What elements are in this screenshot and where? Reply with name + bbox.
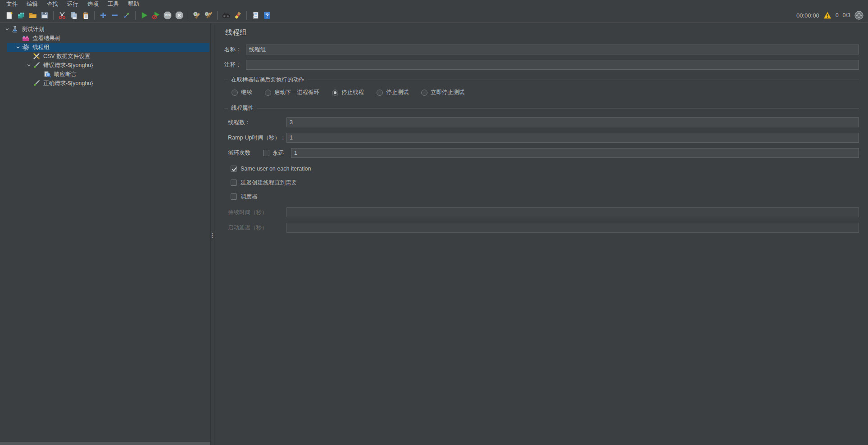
tree-item-csv-data-set[interactable]: CSV 数据文件设置	[0, 52, 210, 61]
test-plan-icon	[11, 25, 19, 33]
menu-tools[interactable]: 工具	[103, 0, 123, 9]
scheduler-label: 调度器	[241, 193, 258, 201]
radio-icon[interactable]	[265, 90, 271, 96]
cut-icon[interactable]	[56, 9, 68, 21]
rampup-label: Ramp-Up时间（秒）：	[228, 134, 286, 142]
tree-item-error-request[interactable]: 错误请求-${yonghu}	[0, 61, 210, 70]
tree-item-label: 响应断言	[54, 71, 79, 78]
start-icon[interactable]	[138, 9, 150, 21]
radio-stop-test[interactable]: 停止测试	[377, 89, 409, 96]
forever-label: 永远	[273, 149, 284, 157]
scheduler-checkbox[interactable]	[231, 193, 237, 200]
threads-indicator-icon	[854, 11, 863, 20]
menu-options[interactable]: 选项	[83, 0, 103, 9]
same-user-label: Same user on each iteration	[241, 166, 311, 172]
delay-thread-creation-checkbox[interactable]	[231, 180, 237, 186]
radio-label: 停止线程	[341, 89, 364, 96]
templates-icon[interactable]	[15, 9, 27, 21]
chevron-down-icon[interactable]	[25, 62, 32, 69]
new-file-icon[interactable]	[4, 9, 15, 21]
thread-group-icon	[22, 43, 30, 51]
csv-config-icon	[32, 52, 41, 60]
copy-icon[interactable]	[68, 9, 80, 21]
thread-properties-group: 线程属性 线程数： Ramp-Up时间（秒）： 循环次数 永远 Same use…	[224, 104, 859, 233]
delay-thread-creation-row[interactable]: 延迟创建线程直到需要	[231, 179, 859, 186]
http-request-icon	[32, 79, 41, 87]
menu-bar: 文件 编辑 查找 运行 选项 工具 帮助	[0, 0, 868, 8]
tree-item-view-results-tree[interactable]: 查看结果树	[0, 34, 210, 43]
shutdown-icon[interactable]	[173, 9, 185, 21]
tree-item-label: 查看结果树	[32, 35, 64, 42]
page-title: 线程组	[225, 28, 859, 37]
active-threads-ratio: 0/3	[843, 12, 850, 18]
startup-delay-input	[286, 223, 859, 233]
radio-start-next-loop[interactable]: 启动下一进程循环	[265, 89, 319, 96]
paste-icon[interactable]	[80, 9, 91, 21]
menu-run[interactable]: 运行	[63, 0, 83, 9]
radio-label: 继续	[241, 89, 252, 96]
radio-stop-thread[interactable]: 停止线程	[332, 89, 364, 96]
tree-item-thread-group[interactable]: 线程组	[0, 43, 210, 52]
radio-icon-selected[interactable]	[332, 90, 338, 96]
same-user-checkbox[interactable]	[231, 166, 237, 172]
stop-icon[interactable]: STOP	[162, 9, 173, 21]
test-plan-tree: 测试计划 查看结果树 线程组 CSV 数据文件设置 错误请求-${yonghu}	[0, 23, 210, 445]
radio-continue[interactable]: 继续	[232, 89, 252, 96]
function-helper-icon[interactable]	[250, 9, 261, 21]
comments-label: 注释：	[224, 61, 241, 69]
chevron-down-icon[interactable]	[14, 44, 22, 51]
toolbar-separator	[217, 11, 218, 20]
collapse-all-icon[interactable]	[109, 9, 121, 21]
clear-all-icon[interactable]	[203, 9, 214, 21]
clear-icon[interactable]	[191, 9, 203, 21]
tree-item-label: 错误请求-${yonghu}	[43, 62, 95, 69]
name-label: 名称：	[224, 46, 241, 54]
toggle-icon[interactable]	[121, 9, 132, 21]
menu-edit[interactable]: 编辑	[22, 0, 42, 9]
pane-splitter[interactable]: •••	[210, 23, 214, 445]
error-action-options: 继续 启动下一进程循环 停止线程 停止测试 立即停止测试	[224, 84, 859, 102]
toolbar: STOP ? 00:00:00 0 0/3	[0, 8, 868, 23]
search-icon[interactable]	[220, 9, 232, 21]
radio-label: 停止测试	[386, 89, 409, 96]
tree-item-response-assertion[interactable]: 响应断言	[0, 70, 210, 79]
tree-horizontal-scrollbar[interactable]	[0, 442, 210, 445]
same-user-row[interactable]: Same user on each iteration	[231, 165, 859, 172]
menu-help[interactable]: 帮助	[123, 0, 144, 9]
radio-label: 启动下一进程循环	[274, 89, 319, 96]
menu-file[interactable]: 文件	[2, 0, 22, 9]
rampup-input[interactable]	[286, 133, 859, 143]
menu-search[interactable]: 查找	[42, 0, 63, 9]
expand-all-icon[interactable]	[97, 9, 109, 21]
name-input[interactable]	[246, 45, 859, 54]
http-request-icon	[32, 61, 41, 69]
radio-icon[interactable]	[377, 90, 383, 96]
thread-group-panel: 线程组 名称： 注释： 在取样器错误后要执行的动作 继续 启动下一进程循环 停止…	[214, 23, 868, 445]
warning-count: 0	[836, 12, 839, 18]
tree-item-test-plan[interactable]: 测试计划	[0, 25, 210, 34]
tree-item-correct-request[interactable]: 正确请求-${yonghu}	[0, 79, 210, 88]
scheduler-row[interactable]: 调度器	[231, 193, 859, 200]
threads-input[interactable]	[286, 117, 859, 127]
open-file-icon[interactable]	[27, 9, 39, 21]
save-icon[interactable]	[39, 9, 50, 21]
chevron-down-icon[interactable]	[4, 26, 11, 33]
splitter-grip-icon[interactable]: •••	[211, 233, 214, 238]
toolbar-separator	[53, 11, 54, 20]
toolbar-separator	[94, 11, 95, 20]
radio-icon[interactable]	[421, 90, 427, 96]
warning-icon[interactable]	[823, 12, 832, 19]
error-action-group: 在取样器错误后要执行的动作 继续 启动下一进程循环 停止线程 停止测试 立即停止…	[224, 76, 859, 102]
error-action-legend: 在取样器错误后要执行的动作	[224, 76, 859, 84]
clear-search-icon[interactable]	[232, 9, 244, 21]
help-icon[interactable]: ?	[261, 9, 273, 21]
loop-count-input[interactable]	[291, 148, 859, 158]
tree-item-label: 测试计划	[22, 26, 47, 33]
start-no-timers-icon[interactable]	[150, 9, 162, 21]
forever-checkbox[interactable]	[263, 150, 269, 156]
radio-stop-test-now[interactable]: 立即停止测试	[421, 89, 464, 96]
tree-item-label: 线程组	[32, 44, 52, 51]
comments-input[interactable]	[246, 60, 859, 70]
radio-icon[interactable]	[232, 90, 238, 96]
duration-label: 持续时间（秒）	[228, 209, 286, 216]
